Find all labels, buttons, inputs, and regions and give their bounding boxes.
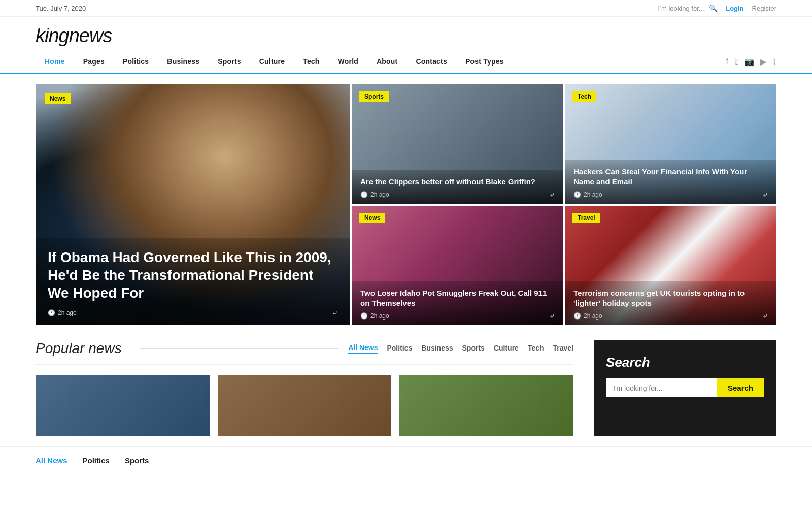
bottom-section: Popular news All News Politics Business … — [0, 340, 812, 436]
popular-article-2[interactable] — [218, 375, 392, 436]
nav-link-about[interactable]: About — [367, 50, 407, 73]
nav-link-culture[interactable]: Culture — [250, 50, 294, 73]
nav-item-post-types[interactable]: Post Types — [456, 50, 513, 73]
bottom-nav-sports[interactable]: Sports — [125, 456, 149, 465]
card-news-time-label: 2h ago — [370, 312, 389, 320]
card-tech-title: Hackers Can Steal Your Financial Info Wi… — [573, 167, 768, 186]
search-text: I`m looking for.... — [657, 5, 706, 12]
date-display: Tue. July 7, 2020 — [36, 5, 86, 12]
card-tech-time: 🕐 2h ago — [573, 191, 602, 198]
social-icons: f 𝕥 📷 ▶ ⌇ — [726, 57, 776, 67]
nav-link-tech[interactable]: Tech — [294, 50, 328, 73]
popular-article-1[interactable] — [36, 375, 210, 436]
card-tech-time-label: 2h ago — [584, 191, 602, 198]
instagram-icon[interactable]: 📷 — [744, 57, 754, 67]
hero-meta: 🕐 2h ago ⤶ — [48, 309, 338, 317]
popular-tabs: All News Politics Business Sports Cultur… — [348, 343, 573, 354]
nav-link-pages[interactable]: Pages — [74, 50, 114, 73]
nav-item-world[interactable]: World — [329, 50, 367, 73]
article-card-sports[interactable]: Sports Are the Clippers better off witho… — [352, 84, 563, 204]
main-content: News If Obama Had Governed Like This in … — [0, 74, 812, 335]
title-divider — [140, 348, 338, 349]
clock-icon-news: 🕐 — [360, 312, 368, 320]
nav-item-politics[interactable]: Politics — [114, 50, 158, 73]
search-widget-title: Search — [606, 355, 764, 370]
article-thumb-img-3 — [399, 375, 573, 436]
card-sports-time: 🕐 2h ago — [360, 191, 389, 198]
article-card-news[interactable]: News Two Loser Idaho Pot Smugglers Freak… — [352, 206, 563, 325]
search-bar: I`m looking for.... 🔍 — [657, 4, 718, 12]
article-card-travel[interactable]: Travel Terrorism concerns get UK tourist… — [565, 206, 776, 325]
popular-article-3[interactable] — [399, 375, 573, 436]
logo[interactable]: kingnews — [36, 26, 776, 45]
card-travel-text: Terrorism concerns get UK tourists optin… — [565, 281, 776, 325]
nav-link-home[interactable]: Home — [36, 50, 74, 74]
facebook-icon[interactable]: f — [726, 57, 728, 66]
header: kingnews — [0, 17, 812, 50]
popular-tab-travel[interactable]: Travel — [553, 344, 573, 353]
search-widget-form: Search — [606, 378, 764, 397]
nav-link-post-types[interactable]: Post Types — [456, 50, 513, 73]
popular-tab-culture[interactable]: Culture — [494, 344, 519, 353]
bottom-nav-politics[interactable]: Politics — [83, 456, 110, 465]
share-icon-travel[interactable]: ⤶ — [762, 312, 768, 320]
search-widget-input[interactable] — [606, 378, 717, 397]
nav-link-business[interactable]: Business — [158, 50, 209, 73]
nav-item-sports[interactable]: Sports — [209, 50, 250, 73]
search-widget-button[interactable]: Search — [717, 378, 764, 397]
hero-grid: News If Obama Had Governed Like This in … — [36, 84, 776, 325]
clock-icon: 🕐 — [48, 309, 55, 316]
popular-tab-politics[interactable]: Politics — [387, 344, 412, 353]
login-link[interactable]: Login — [726, 5, 743, 12]
nav-link-world[interactable]: World — [329, 50, 367, 73]
hero-badge: News — [45, 93, 71, 104]
hero-main-article[interactable]: News If Obama Had Governed Like This in … — [36, 84, 350, 325]
youtube-icon[interactable]: ▶ — [760, 57, 766, 67]
popular-tab-business[interactable]: Business — [421, 344, 453, 353]
hero-card-text: If Obama Had Governed Like This in 2009,… — [36, 238, 350, 325]
nav-link-sports[interactable]: Sports — [209, 50, 250, 73]
card-sports-badge: Sports — [359, 91, 389, 102]
card-travel-time-label: 2h ago — [584, 312, 602, 320]
logo-part2: news — [69, 25, 112, 46]
popular-tab-sports[interactable]: Sports — [462, 344, 485, 353]
popular-title: Popular news — [36, 340, 122, 357]
share-icon-news[interactable]: ⤶ — [549, 312, 555, 320]
nav-item-culture[interactable]: Culture — [250, 50, 294, 73]
twitter-icon[interactable]: 𝕥 — [734, 57, 738, 67]
card-news-badge: News — [359, 213, 385, 223]
bottom-nav-allnews[interactable]: All News — [36, 456, 67, 465]
card-news-time: 🕐 2h ago — [360, 312, 389, 320]
popular-header: Popular news All News Politics Business … — [36, 340, 573, 365]
nav-link-politics[interactable]: Politics — [114, 50, 158, 73]
main-nav: Home Pages Politics Business Sports Cult… — [0, 50, 812, 74]
article-card-tech[interactable]: Tech Hackers Can Steal Your Financial In… — [565, 84, 776, 204]
popular-tab-allnews[interactable]: All News — [348, 343, 378, 354]
card-travel-time: 🕐 2h ago — [573, 312, 602, 320]
card-sports-text: Are the Clippers better off without Blak… — [352, 170, 563, 204]
rss-icon[interactable]: ⌇ — [772, 57, 776, 67]
card-news-meta: 🕐 2h ago ⤶ — [360, 312, 555, 320]
top-bar: Tue. July 7, 2020 I`m looking for.... 🔍 … — [0, 0, 812, 17]
nav-item-pages[interactable]: Pages — [74, 50, 114, 73]
card-travel-badge: Travel — [572, 213, 600, 223]
share-icon-sports[interactable]: ⤶ — [549, 190, 555, 199]
card-news-text: Two Loser Idaho Pot Smugglers Freak Out,… — [352, 281, 563, 325]
nav-item-contacts[interactable]: Contacts — [407, 50, 456, 73]
popular-tab-tech[interactable]: Tech — [528, 344, 544, 353]
nav-item-home[interactable]: Home — [36, 50, 74, 73]
bottom-nav: All News Politics Sports — [0, 446, 812, 474]
article-thumb-img-2 — [218, 375, 392, 436]
card-sports-time-label: 2h ago — [370, 191, 389, 198]
nav-item-about[interactable]: About — [367, 50, 407, 73]
top-bar-register[interactable]: Register — [752, 5, 776, 12]
nav-item-business[interactable]: Business — [158, 50, 209, 73]
popular-news: Popular news All News Politics Business … — [36, 340, 594, 436]
nav-item-tech[interactable]: Tech — [294, 50, 328, 73]
hero-title: If Obama Had Governed Like This in 2009,… — [48, 248, 338, 302]
nav-link-contacts[interactable]: Contacts — [407, 50, 456, 73]
search-icon[interactable]: 🔍 — [709, 4, 718, 12]
share-icon[interactable]: ⤶ — [332, 309, 338, 317]
share-icon-tech[interactable]: ⤶ — [762, 190, 768, 199]
card-tech-badge: Tech — [572, 91, 596, 102]
